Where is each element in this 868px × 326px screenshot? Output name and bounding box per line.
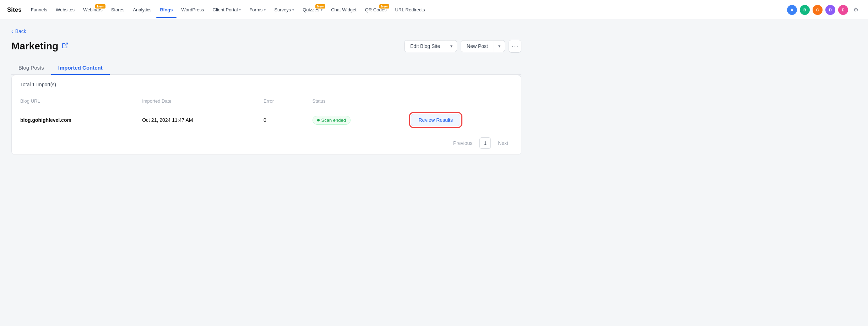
external-link-icon[interactable]	[62, 42, 68, 50]
nav-item-analytics[interactable]: Analytics	[129, 5, 155, 15]
new-post-btn-group: New Post ▾	[461, 40, 505, 52]
header-actions: Edit Blog Site ▾ New Post ▾ ⋯	[404, 40, 521, 53]
avatar-3[interactable]: C	[813, 5, 823, 15]
col-action	[402, 94, 521, 108]
client-portal-chevron-icon: ▾	[239, 8, 241, 12]
back-chevron-icon: ‹	[11, 28, 13, 34]
tab-imported-content[interactable]: Imported Content	[51, 61, 110, 75]
nav-item-url-redirects[interactable]: URL Redirects	[391, 5, 428, 15]
pagination: Previous 1 Next	[12, 132, 521, 154]
avatar-2[interactable]: B	[800, 5, 810, 15]
edit-blog-site-caret-button[interactable]: ▾	[446, 40, 457, 52]
previous-button[interactable]: Previous	[449, 139, 477, 147]
tab-blog-posts[interactable]: Blog Posts	[11, 61, 51, 75]
blog-url-value: blog.gohighlevel.com	[20, 117, 71, 123]
avatar-4[interactable]: D	[825, 5, 835, 15]
next-button[interactable]: Next	[494, 139, 512, 147]
nav-item-websites[interactable]: Websites	[52, 5, 78, 15]
quizzes-badge: New	[315, 4, 326, 9]
cell-review: Review Results	[402, 108, 521, 132]
nav-item-blogs[interactable]: Blogs	[156, 5, 176, 15]
page-number-1[interactable]: 1	[479, 137, 491, 149]
col-imported-date: Imported Date	[134, 94, 255, 108]
nav-item-quizzes[interactable]: Quizzes ▾ New	[299, 5, 326, 15]
review-results-button[interactable]: Review Results	[411, 114, 460, 126]
cell-blog-url: blog.gohighlevel.com	[12, 108, 134, 132]
table-row: blog.gohighlevel.com Oct 21, 2024 11:47 …	[12, 108, 521, 132]
qr-codes-badge: New	[379, 4, 390, 9]
avatar-1[interactable]: A	[787, 5, 797, 15]
app-title: Sites	[7, 6, 22, 13]
imports-summary: Total 1 Import(s)	[20, 82, 56, 87]
back-link[interactable]: ‹ Back	[11, 28, 521, 34]
nav-item-surveys[interactable]: Surveys ▾	[271, 5, 298, 15]
status-dot-icon	[317, 119, 320, 121]
back-label: Back	[15, 28, 26, 34]
nav-item-qr-codes[interactable]: QR Codes New	[362, 5, 390, 15]
settings-gear-icon[interactable]: ⚙	[851, 5, 861, 15]
nav-item-chat-widget[interactable]: Chat Widget	[327, 5, 360, 15]
tabs: Blog Posts Imported Content	[11, 61, 521, 75]
cell-imported-date: Oct 21, 2024 11:47 AM	[134, 108, 255, 132]
nav-item-client-portal[interactable]: Client Portal ▾	[209, 5, 245, 15]
cell-status: Scan ended	[304, 108, 403, 132]
status-badge: Scan ended	[313, 116, 351, 125]
nav-item-forms[interactable]: Forms ▾	[246, 5, 269, 15]
main-content: ‹ Back Marketing Edit Blog Site ▾ New Po…	[0, 20, 533, 163]
card-header: Total 1 Import(s)	[12, 75, 521, 94]
nav-item-wordpress[interactable]: WordPress	[178, 5, 208, 15]
col-blog-url: Blog URL	[12, 94, 134, 108]
page-title: Marketing	[11, 40, 58, 52]
nav-item-stores[interactable]: Stores	[108, 5, 128, 15]
surveys-chevron-icon: ▾	[292, 8, 294, 12]
imports-card: Total 1 Import(s) Blog URL Imported Date…	[11, 75, 521, 155]
top-navigation: Sites Funnels Websites Webinars New Stor…	[0, 0, 868, 20]
forms-chevron-icon: ▾	[264, 8, 266, 12]
more-options-button[interactable]: ⋯	[509, 40, 521, 53]
imports-table: Blog URL Imported Date Error Status blog…	[12, 94, 521, 132]
edit-blog-site-button[interactable]: Edit Blog Site	[405, 40, 446, 52]
page-header: Marketing Edit Blog Site ▾ New Post ▾ ⋯	[11, 40, 521, 53]
edit-blog-btn-group: Edit Blog Site ▾	[404, 40, 457, 52]
page-title-wrap: Marketing	[11, 40, 68, 52]
nav-item-funnels[interactable]: Funnels	[27, 5, 51, 15]
new-post-caret-button[interactable]: ▾	[494, 40, 505, 52]
new-post-button[interactable]: New Post	[461, 40, 494, 52]
webinars-badge: New	[95, 4, 105, 9]
table-header-row: Blog URL Imported Date Error Status	[12, 94, 521, 108]
avatar-5[interactable]: E	[838, 5, 848, 15]
nav-right-actions: A B C D E ⚙	[787, 5, 861, 15]
status-label: Scan ended	[321, 118, 346, 123]
nav-divider	[433, 5, 433, 15]
nav-item-webinars[interactable]: Webinars New	[80, 5, 106, 15]
cell-error: 0	[255, 108, 304, 132]
col-error: Error	[255, 94, 304, 108]
col-status: Status	[304, 94, 403, 108]
